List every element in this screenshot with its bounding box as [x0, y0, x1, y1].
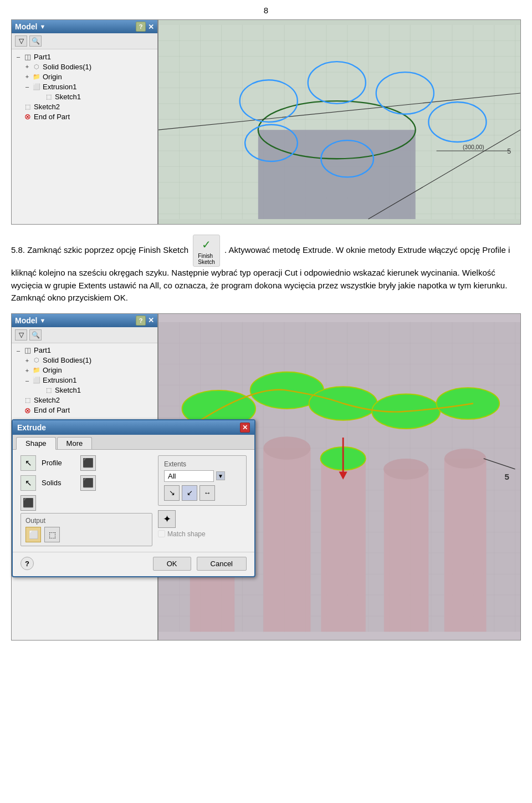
tree-label-part1: Part1: [34, 53, 51, 61]
page-number: 8: [0, 0, 532, 19]
tree-label2-sketch1: Sketch1: [55, 386, 81, 394]
svg-point-84: [444, 448, 487, 468]
title-left-1: Model ▼: [15, 22, 45, 31]
profile-btn-1[interactable]: ⬛: [80, 455, 96, 471]
svg-rect-30: [258, 130, 416, 219]
end-icon: ⊗: [23, 112, 32, 121]
filter-icon-2[interactable]: ▽: [15, 329, 27, 340]
extents-icon-2[interactable]: ↙: [182, 485, 197, 501]
tree-label2-extrusion1: Extrusion1: [43, 376, 76, 384]
tree-item2-end-of-part[interactable]: ⊗ End of Part: [12, 405, 157, 415]
tree-item2-origin[interactable]: + 📁 Origin: [12, 365, 157, 375]
sketch1-icon: ⬚: [44, 92, 53, 101]
extents-dropdown[interactable]: All: [164, 470, 214, 482]
tree-item2-extrusion1[interactable]: – ⬜ Extrusion1: [12, 375, 157, 385]
dialog-titlebar: Extrude ✕: [13, 420, 254, 435]
top-viewport: (300,00) 5: [158, 19, 521, 225]
tree-item-end-of-part[interactable]: ⊗ End of Part: [12, 111, 157, 121]
checkmark-icon-inline: ✓: [202, 236, 211, 253]
svg-point-78: [263, 436, 310, 460]
match-shape-checkbox[interactable]: [158, 530, 165, 537]
output-icon-1[interactable]: ⬜: [25, 527, 41, 542]
help-icon-2[interactable]: ?: [136, 316, 146, 326]
filter-icon[interactable]: ▽: [15, 35, 27, 47]
search-icon-2[interactable]: 🔍: [29, 329, 42, 340]
output-box: Output ⬜ ⬚: [21, 513, 152, 546]
folder-icon: 📁: [32, 72, 41, 81]
close-icon-2[interactable]: ✕: [148, 316, 154, 324]
tree-label2-solid: Solid Bodies(1): [43, 356, 91, 364]
extents-icon-1[interactable]: ↘: [164, 485, 180, 501]
model-title-1: Model: [15, 22, 37, 31]
output-label: Output: [25, 517, 147, 525]
extents-label: Extents: [164, 460, 241, 468]
svg-rect-81: [384, 469, 428, 631]
dialog-close-btn[interactable]: ✕: [240, 423, 250, 433]
tree-item-part1[interactable]: – ◫ Part1: [12, 52, 157, 62]
output-icons: ⬜ ⬚: [25, 527, 147, 542]
ok-button[interactable]: OK: [153, 557, 191, 571]
top-section: Model ▼ ? ✕ ▽ 🔍 – ◫ Part1 + ⬡ Solid Bod: [11, 19, 521, 225]
end2-icon: ⊗: [23, 406, 32, 415]
tree-label2-end: End of Part: [34, 406, 70, 414]
tree-item-sketch2[interactable]: ⬚ Sketch2: [12, 101, 157, 111]
solid-icon: ⬡: [32, 62, 41, 71]
middle-section: 5.8. Zamknąć szkic poprzez opcję Finish …: [11, 235, 521, 308]
solids-btn-1[interactable]: ⬛: [80, 475, 96, 491]
tree-label-solid: Solid Bodies(1): [43, 63, 91, 71]
tree-item2-sketch2[interactable]: ⬚ Sketch2: [12, 395, 157, 405]
tree-item-sketch1[interactable]: ⬚ Sketch1: [12, 92, 157, 101]
dialog-title: Extrude: [17, 423, 46, 432]
tree-label-end: End of Part: [34, 113, 70, 121]
tree-items-2: – ◫ Part1 + ⬡ Solid Bodies(1) + 📁 Origin…: [12, 343, 157, 418]
left-controls: ↖ Profile ⬛ ↖ Solids ⬛ ⬛ Output: [21, 455, 152, 546]
finish-sketch-inline-btn[interactable]: ✓ FinishSketch: [193, 235, 220, 267]
help-btn[interactable]: ?: [21, 557, 34, 570]
tree-item2-sketch1[interactable]: ⬚ Sketch1: [12, 385, 157, 395]
sketch2-icon: ⬚: [23, 102, 32, 111]
extents-icon-3[interactable]: ↔: [200, 485, 215, 501]
tree-item2-solid[interactable]: + ⬡ Solid Bodies(1): [12, 355, 157, 365]
tab-shape[interactable]: Shape: [16, 437, 56, 450]
text-part1: 5.8. Zamknąć szkic poprzez opcję Finish …: [11, 245, 188, 255]
svg-rect-77: [263, 448, 310, 631]
tree-item-origin[interactable]: + 📁 Origin: [12, 72, 157, 82]
tree-label2-origin: Origin: [43, 366, 62, 374]
special-icon-area: ✦ Match shape: [158, 510, 247, 538]
close-icon-1[interactable]: ✕: [148, 23, 154, 31]
output-icon-2[interactable]: ⬚: [44, 527, 60, 542]
tree-label2-part1: Part1: [34, 346, 51, 354]
profile-cursor-icon[interactable]: ↖: [21, 455, 36, 471]
solids-row: ↖ Solids ⬛: [21, 475, 152, 491]
profile-label: Profile: [42, 459, 75, 467]
tree-items-1: – ◫ Part1 + ⬡ Solid Bodies(1) + 📁 Origin…: [12, 49, 157, 124]
tree-label2-sketch2: Sketch2: [34, 396, 60, 404]
dropdown-arrow-icon[interactable]: ▼: [39, 23, 45, 30]
model-title-2: Model: [15, 316, 37, 325]
extents-icons: ↘ ↙ ↔: [164, 485, 241, 501]
tree-item-solid[interactable]: + ⬡ Solid Bodies(1): [12, 62, 157, 72]
tab-more[interactable]: More: [57, 437, 93, 449]
text-before-btn: 5.8. Zamknąć szkic poprzez opcję Finish …: [11, 235, 521, 308]
svg-point-89: [437, 388, 500, 419]
dropdown-arrow-icon[interactable]: ▼: [216, 471, 225, 480]
model-tree-1: Model ▼ ? ✕ ▽ 🔍 – ◫ Part1 + ⬡ Solid Bod: [11, 19, 158, 225]
help-icon[interactable]: ?: [136, 22, 146, 32]
search-icon[interactable]: 🔍: [29, 35, 42, 47]
middle-btn[interactable]: ⬛: [21, 495, 36, 511]
tree-item2-part1[interactable]: – ◫ Part1: [12, 345, 157, 355]
folder2-icon: 📁: [32, 366, 41, 375]
top-viewport-canvas: (300,00) 5: [158, 19, 521, 225]
finish-label: FinishSketch: [198, 253, 215, 265]
part-icon: ◫: [23, 52, 32, 61]
dropdown-arrow-icon-2[interactable]: ▼: [39, 317, 45, 324]
cancel-button[interactable]: Cancel: [197, 557, 247, 571]
expander-origin: +: [24, 73, 30, 80]
extrusion2-icon: ⬜: [32, 376, 41, 385]
solids-cursor-icon[interactable]: ↖: [21, 475, 36, 491]
special-icon[interactable]: ✦: [158, 510, 176, 528]
tree-item-extrusion1[interactable]: – ⬜ Extrusion1: [12, 82, 157, 92]
top-viewport-svg: (300,00) 5: [158, 20, 520, 224]
tree-label-sketch1: Sketch1: [55, 93, 81, 101]
tree-label-sketch2: Sketch2: [34, 103, 60, 111]
